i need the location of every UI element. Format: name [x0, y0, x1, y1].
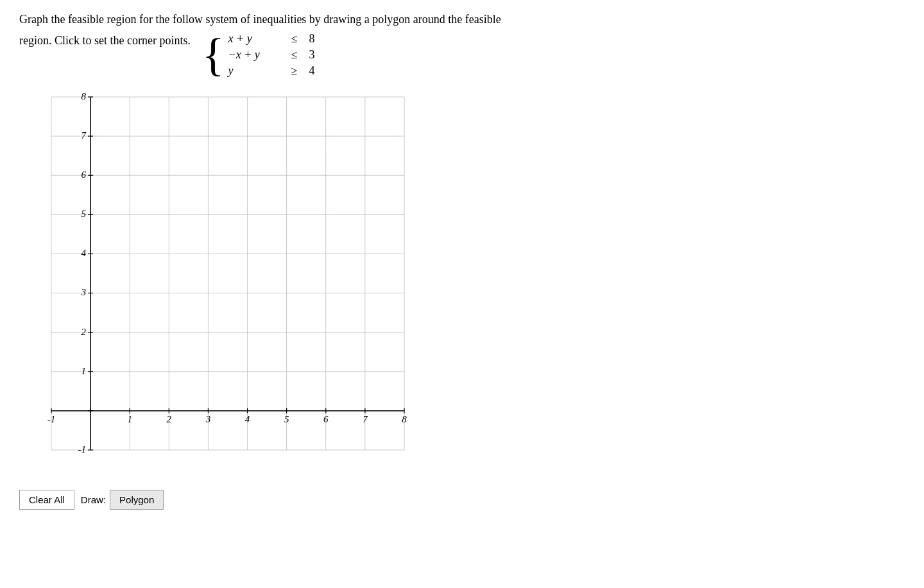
problem-statement: Graph the feasible region for the follow… [19, 13, 905, 78]
page-container: Graph the feasible region for the follow… [19, 13, 905, 512]
eq1-ineq: ≤ [291, 32, 304, 46]
graph-area: Clear All Draw: Polygon [19, 84, 905, 512]
eq2-ineq: ≤ [291, 48, 304, 62]
eq1-rhs: 8 [309, 32, 315, 46]
equation-3: y ≥ 4 [228, 64, 315, 78]
equation-1: x + y ≤ 8 [228, 32, 315, 46]
graph-canvas[interactable] [19, 84, 417, 482]
instructions-row: region. Click to set the corner points. … [19, 31, 905, 78]
eq2-rhs: 3 [309, 48, 315, 62]
eq2-lhs: −x + y [228, 48, 286, 62]
eq3-ineq: ≥ [291, 64, 304, 78]
toolbar: Clear All Draw: Polygon [19, 487, 905, 512]
polygon-button[interactable]: Polygon [110, 490, 164, 510]
left-brace: { [202, 31, 225, 78]
eq1-lhs: x + y [228, 32, 286, 46]
equation-system: { x + y ≤ 8 −x + y ≤ 3 y ≥ 4 [202, 31, 315, 78]
equations-list: x + y ≤ 8 −x + y ≤ 3 y ≥ 4 [228, 32, 315, 78]
graph-wrapper[interactable] [19, 84, 417, 482]
region-text: region. Click to set the corner points. [19, 34, 191, 48]
clear-all-button[interactable]: Clear All [19, 490, 74, 510]
equation-2: −x + y ≤ 3 [228, 48, 315, 62]
eq3-rhs: 4 [309, 64, 315, 78]
problem-line1: Graph the feasible region for the follow… [19, 13, 905, 26]
draw-label: Draw: [81, 494, 106, 505]
eq3-lhs: y [228, 64, 286, 78]
